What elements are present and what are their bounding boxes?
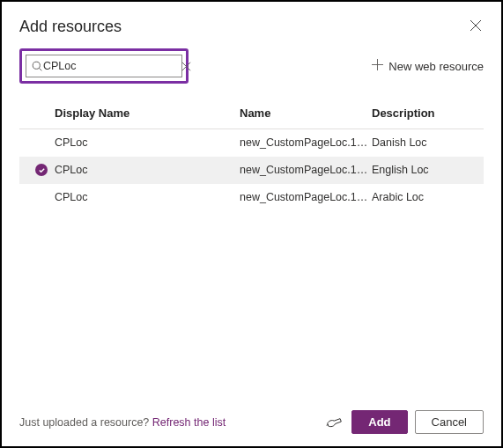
cell-description: Arabic Loc xyxy=(372,191,484,203)
toolbar: New web resource xyxy=(19,48,484,84)
footer-prompt-text: Just uploaded a resource? xyxy=(19,416,152,429)
clear-icon[interactable] xyxy=(181,62,191,71)
close-button[interactable] xyxy=(468,18,484,36)
cell-name: new_CustomPageLoc.1025.loc xyxy=(240,191,372,203)
svg-point-2 xyxy=(33,62,40,69)
cancel-button[interactable]: Cancel xyxy=(415,410,484,434)
search-icon xyxy=(32,61,43,72)
add-button[interactable]: Add xyxy=(351,410,407,434)
footer-actions: Add Cancel xyxy=(325,410,484,434)
cell-display-name: CPLoc xyxy=(55,136,240,149)
cell-display-name: CPLoc xyxy=(55,164,240,176)
cell-description: English Loc xyxy=(372,164,484,176)
svg-line-3 xyxy=(39,68,41,70)
cell-name: new_CustomPageLoc.1033.r... xyxy=(240,164,372,176)
dialog-header: Add resources xyxy=(19,18,484,36)
col-header-description[interactable]: Description xyxy=(372,106,484,120)
cell-description: Danish Loc xyxy=(372,136,484,149)
cell-name: new_CustomPageLoc.1030.r... xyxy=(240,136,372,149)
close-icon xyxy=(470,21,482,34)
dialog-footer: Just uploaded a resource? Refresh the li… xyxy=(19,401,484,434)
checkmark-icon xyxy=(35,164,48,176)
refresh-list-link[interactable]: Refresh the list xyxy=(152,416,226,429)
table-body: CPLocnew_CustomPageLoc.1030.r...Danish L… xyxy=(19,129,484,211)
cell-display-name: CPLoc xyxy=(55,191,240,203)
plus-icon xyxy=(372,59,383,73)
table-row[interactable]: CPLocnew_CustomPageLoc.1025.locArabic Lo… xyxy=(19,184,484,211)
pointer-hand-icon xyxy=(322,409,347,434)
table-header: Display Name Name Description xyxy=(19,99,484,129)
new-web-resource-label: New web resource xyxy=(388,60,484,73)
col-header-name[interactable]: Name xyxy=(240,106,372,120)
search-input[interactable] xyxy=(43,60,181,72)
footer-prompt: Just uploaded a resource? Refresh the li… xyxy=(19,416,226,429)
new-web-resource-button[interactable]: New web resource xyxy=(372,59,484,73)
table-row[interactable]: CPLocnew_CustomPageLoc.1033.r...English … xyxy=(19,157,484,184)
resources-table: Display Name Name Description CPLocnew_C… xyxy=(19,99,484,401)
search-box[interactable] xyxy=(26,55,182,77)
dialog-title: Add resources xyxy=(19,18,122,36)
search-highlight xyxy=(19,48,189,84)
add-resources-dialog: Add resources New web resource xyxy=(2,2,501,446)
table-row[interactable]: CPLocnew_CustomPageLoc.1030.r...Danish L… xyxy=(19,129,484,157)
row-checkbox-cell[interactable] xyxy=(28,164,55,176)
col-header-display-name[interactable]: Display Name xyxy=(55,106,240,120)
